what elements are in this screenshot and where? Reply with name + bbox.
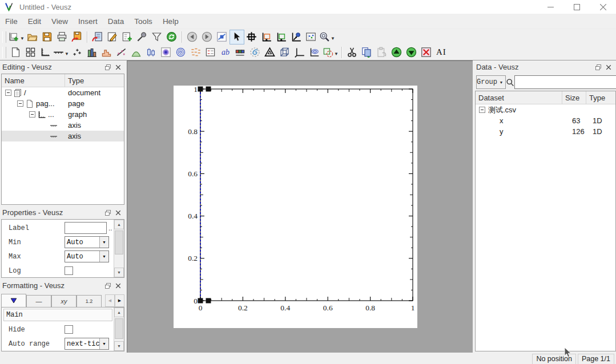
tabs-scroll-left-icon[interactable]: ◀: [105, 294, 115, 307]
zoom-out-of-axes-button[interactable]: [274, 30, 289, 45]
tab-axis-label[interactable]: xy: [51, 295, 77, 307]
dataset-search-input[interactable]: [514, 75, 616, 89]
toolbar-grip[interactable]: [2, 47, 6, 58]
max-combo[interactable]: Auto▼: [65, 250, 109, 262]
menu-tools[interactable]: Tools: [129, 17, 158, 26]
formatting-close-button[interactable]: [113, 281, 123, 290]
close-button[interactable]: [590, 0, 616, 14]
menu-view[interactable]: View: [46, 17, 73, 26]
auto-range-combo[interactable]: next-tick▼: [65, 338, 109, 350]
edit-data-button[interactable]: [105, 30, 120, 45]
tree-row-axis[interactable]: axis: [2, 120, 124, 131]
expander-icon[interactable]: [29, 111, 35, 118]
export-page-button[interactable]: [70, 30, 84, 45]
column-type[interactable]: Type: [65, 74, 124, 87]
next-page-button[interactable]: [200, 30, 215, 45]
tab-line[interactable]: —: [26, 295, 51, 307]
add-grid-button[interactable]: [23, 45, 38, 60]
add-polar-button[interactable]: [248, 45, 263, 60]
tree-row-axis[interactable]: axis: [2, 131, 124, 141]
add-axis-button[interactable]: ▼: [53, 45, 70, 60]
min-combo[interactable]: Auto▼: [65, 236, 109, 248]
cut-button[interactable]: [345, 45, 360, 60]
scroll-down-icon[interactable]: ▼: [114, 341, 124, 351]
data-close-button[interactable]: [603, 63, 614, 72]
chevron-down-icon[interactable]: ▼: [99, 237, 108, 248]
toolbar-grip[interactable]: [2, 31, 6, 43]
open-document-button[interactable]: [25, 30, 40, 45]
reload-data-button[interactable]: [164, 30, 179, 45]
tab-main[interactable]: [1, 294, 26, 307]
scroll-thumb[interactable]: [115, 318, 123, 339]
add-page-button[interactable]: [8, 45, 23, 60]
add-xy-button[interactable]: [70, 45, 84, 60]
add-function-button[interactable]: [129, 45, 144, 60]
scroll-up-icon[interactable]: ▲: [114, 220, 124, 229]
pointer-select-button[interactable]: [230, 30, 244, 45]
select-items-button[interactable]: [215, 30, 230, 45]
add-axis-3d-button[interactable]: [292, 45, 307, 60]
tab-tick-labels[interactable]: 1.2: [77, 295, 102, 307]
add-label-button[interactable]: ab: [218, 45, 233, 60]
column-dataset[interactable]: Dataset: [476, 91, 562, 104]
tree-row-document[interactable]: /document: [2, 87, 124, 98]
hide-checkbox[interactable]: [65, 325, 73, 334]
add-colorbar-button[interactable]: [233, 45, 248, 60]
group-button[interactable]: Group ▼: [476, 75, 506, 89]
graph-plot[interactable]: 00.20.40.60.8100.20.40.60.81: [174, 86, 417, 328]
dataset-row[interactable]: 测试.csv: [476, 104, 615, 115]
add-ternary-button[interactable]: [263, 45, 277, 60]
data-float-button[interactable]: [593, 63, 603, 72]
expander-icon[interactable]: [5, 90, 11, 96]
chevron-down-icon[interactable]: ▼: [99, 251, 108, 262]
tabs-scroll-right-icon[interactable]: ▶: [115, 294, 124, 307]
previous-page-button[interactable]: [185, 30, 200, 45]
dataset-row[interactable]: y1261D: [476, 126, 615, 137]
tree-row-graph[interactable]: ...graph: [2, 109, 124, 120]
add-scene-3d-button[interactable]: [277, 45, 292, 60]
dropdown-arrow-icon[interactable]: ▼: [334, 51, 339, 56]
read-data-points-button[interactable]: [244, 30, 259, 45]
recenter-graph-button[interactable]: [289, 30, 304, 45]
editing-float-button[interactable]: [103, 63, 113, 72]
scroll-down-icon[interactable]: ▼: [114, 268, 124, 277]
label-input[interactable]: [65, 222, 107, 234]
column-type[interactable]: Type: [586, 91, 615, 104]
add-bar-button[interactable]: [84, 45, 99, 60]
dropdown-arrow-icon[interactable]: ▼: [65, 51, 69, 56]
add-histogram-button[interactable]: [99, 45, 114, 60]
formatting-float-button[interactable]: [103, 281, 113, 290]
expander-icon[interactable]: [479, 107, 485, 113]
maximize-button[interactable]: [563, 0, 590, 14]
tree-row-page[interactable]: pag...page: [2, 98, 124, 109]
scroll-up-icon[interactable]: ▲: [114, 308, 124, 317]
import-data-button[interactable]: [90, 30, 105, 45]
dataset-row[interactable]: x631D: [476, 115, 615, 126]
menu-insert[interactable]: Insert: [73, 17, 103, 26]
editing-close-button[interactable]: [113, 63, 123, 72]
column-size[interactable]: Size: [562, 91, 586, 104]
add-vector-field-button[interactable]: [188, 45, 203, 60]
properties-scrollbar[interactable]: ▲ ▼: [114, 220, 124, 277]
add-boxplot-button[interactable]: [144, 45, 159, 60]
add-image-button[interactable]: [159, 45, 174, 60]
minimize-button[interactable]: [537, 0, 563, 14]
properties-close-button[interactable]: [113, 208, 123, 217]
formatting-scrollbar[interactable]: ▲ ▼: [114, 308, 124, 351]
properties-float-button[interactable]: [103, 208, 113, 217]
log-checkbox[interactable]: [65, 266, 73, 275]
add-surface-3d-button[interactable]: [307, 45, 322, 60]
menu-help[interactable]: Help: [158, 17, 184, 26]
print-document-button[interactable]: [55, 30, 70, 45]
add-key-button[interactable]: [203, 45, 218, 60]
save-document-button[interactable]: [40, 30, 55, 45]
copy-button[interactable]: [360, 45, 375, 60]
zoom-into-axes-button[interactable]: [259, 30, 274, 45]
paste-button[interactable]: [375, 45, 389, 60]
click-to-zoom-button[interactable]: [304, 30, 319, 45]
menu-edit[interactable]: Edit: [23, 17, 46, 26]
add-shape-button[interactable]: ▼: [322, 45, 339, 60]
add-contour-button[interactable]: [174, 45, 188, 60]
zoom-level-button[interactable]: ▼: [319, 30, 336, 45]
capture-data-button[interactable]: [135, 30, 150, 45]
